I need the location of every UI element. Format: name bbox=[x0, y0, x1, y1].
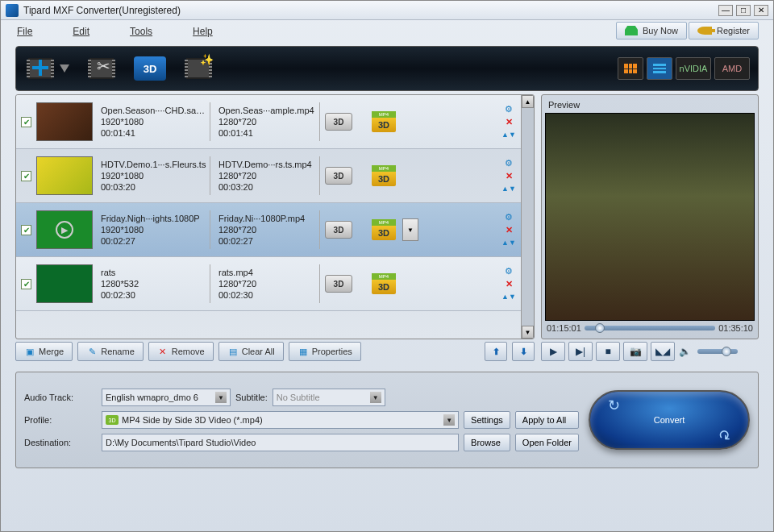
file-row[interactable]: ✔ ▶ Friday.Nigh···ights.1080P 1920*1080 … bbox=[16, 203, 521, 257]
remove-row-icon[interactable]: ✕ bbox=[503, 278, 514, 289]
properties-button[interactable]: ▦Properties bbox=[289, 342, 361, 361]
move-up-button[interactable]: ⬆ bbox=[485, 342, 507, 361]
nvidia-label: nVIDIA bbox=[680, 64, 708, 73]
maximize-button[interactable]: □ bbox=[736, 5, 751, 16]
window-title: Tipard MXF Converter(Unregistered) bbox=[23, 5, 718, 16]
source-dur: 00:03:20 bbox=[101, 182, 206, 192]
effects-button[interactable]: ✨ bbox=[182, 53, 214, 84]
mp4-label: MP4 bbox=[372, 165, 396, 172]
file-row[interactable]: ✔ HDTV.Demo.1···s.Fleurs.ts 1920*1080 00… bbox=[16, 149, 521, 203]
subtitle-select[interactable]: No Subtitle▼ bbox=[273, 389, 385, 406]
volume-icon[interactable]: 🔈 bbox=[678, 342, 691, 361]
remove-button[interactable]: ✕Remove bbox=[148, 342, 214, 361]
reorder-icon[interactable]: ▲▼ bbox=[503, 237, 514, 248]
scroll-up-button[interactable]: ▲ bbox=[522, 95, 534, 108]
profile-3d-badge: 3D bbox=[106, 415, 119, 425]
audio-track-label: Audio Track: bbox=[24, 393, 97, 402]
row-format-button[interactable]: MP4 3D bbox=[370, 110, 397, 133]
scroll-down-button[interactable]: ▼ bbox=[522, 326, 534, 339]
apply-all-button[interactable]: Apply to All bbox=[515, 411, 579, 429]
menubar: File Edit Tools Help Buy Now Register bbox=[1, 20, 773, 43]
reorder-icon[interactable]: ▲▼ bbox=[503, 183, 514, 194]
minimize-button[interactable]: — bbox=[718, 5, 733, 16]
nvidia-button[interactable]: nVIDIA bbox=[676, 57, 711, 80]
row-3d-button[interactable]: 3D bbox=[325, 113, 352, 131]
step-button[interactable]: ▶| bbox=[568, 342, 593, 361]
grid-view-button[interactable] bbox=[618, 57, 643, 80]
snapshot-button[interactable]: 📷 bbox=[623, 342, 647, 361]
bottom-panel: Audio Track: English wmapro_dmo 6▼ Subti… bbox=[15, 372, 759, 468]
source-res: 1920*1080 bbox=[101, 225, 206, 235]
add-file-button[interactable] bbox=[24, 53, 69, 84]
row-3d-button[interactable]: 3D bbox=[325, 275, 352, 293]
stop-button[interactable]: ■ bbox=[596, 342, 620, 361]
format-dropdown-button[interactable]: ▼ bbox=[402, 218, 418, 241]
clear-all-button[interactable]: ▤Clear All bbox=[218, 342, 284, 361]
menu-file[interactable]: File bbox=[17, 26, 32, 37]
player-controls: ▶ ▶| ■ 📷 ◣◢ 🔈 bbox=[541, 339, 759, 364]
scroll-track[interactable] bbox=[522, 108, 534, 326]
convert-button[interactable]: ↻ Convert ↻ bbox=[589, 390, 750, 450]
row-format-button[interactable]: MP4 3D bbox=[370, 218, 397, 241]
row-3d-button[interactable]: 3D bbox=[325, 167, 352, 185]
gear-icon[interactable]: ⚙ bbox=[503, 265, 514, 276]
row-checkbox[interactable]: ✔ bbox=[21, 279, 31, 289]
close-button[interactable]: ✕ bbox=[754, 5, 768, 16]
profile-select[interactable]: 3D MP4 Side by Side 3D Video (*.mp4)▼ bbox=[102, 411, 459, 429]
file-row[interactable]: ✔ rats 1280*532 00:02:30 rats.mp4 1280*7… bbox=[16, 257, 521, 311]
row-controls: ⚙ ✕ ▲▼ bbox=[503, 157, 514, 194]
reorder-icon[interactable]: ▲▼ bbox=[503, 291, 514, 302]
open-folder-button[interactable]: Open Folder bbox=[515, 434, 579, 451]
row-format-button[interactable]: MP4 3D bbox=[370, 164, 397, 187]
output-res: 1280*720 bbox=[218, 117, 316, 127]
browse-button[interactable]: Browse bbox=[464, 434, 510, 451]
gear-icon[interactable]: ⚙ bbox=[503, 103, 514, 114]
menu-edit[interactable]: Edit bbox=[73, 26, 89, 37]
destination-field[interactable]: D:\My Documents\Tipard Studio\Video bbox=[102, 434, 459, 451]
row-format-button[interactable]: MP4 3D bbox=[370, 272, 397, 295]
move-down-button[interactable]: ⬇ bbox=[512, 342, 535, 361]
trim-button[interactable]: ✂ bbox=[85, 53, 118, 84]
menu-tools[interactable]: Tools bbox=[130, 26, 152, 37]
subtitle-label: Subtitle: bbox=[235, 393, 268, 402]
window-controls: — □ ✕ bbox=[718, 5, 768, 16]
source-res: 1920*1080 bbox=[101, 117, 206, 127]
source-dur: 00:02:30 bbox=[101, 290, 206, 300]
row-checkbox[interactable]: ✔ bbox=[21, 225, 31, 235]
source-res: 1920*1080 bbox=[101, 171, 206, 181]
output-dur: 00:01:41 bbox=[218, 128, 316, 138]
buy-now-button[interactable]: Buy Now bbox=[616, 22, 687, 39]
rename-button[interactable]: ✎Rename bbox=[77, 342, 144, 361]
row-checkbox[interactable]: ✔ bbox=[21, 117, 31, 127]
gear-icon[interactable]: ⚙ bbox=[503, 211, 514, 222]
audio-track-select[interactable]: English wmapro_dmo 6▼ bbox=[102, 389, 231, 406]
list-view-button[interactable] bbox=[647, 57, 672, 80]
amd-button[interactable]: AMD bbox=[714, 57, 750, 80]
gear-icon[interactable]: ⚙ bbox=[503, 157, 514, 168]
volume-slider[interactable] bbox=[697, 349, 738, 354]
row-3d-button[interactable]: 3D bbox=[325, 221, 352, 239]
3d-button[interactable]: 3D bbox=[134, 53, 166, 84]
register-button[interactable]: Register bbox=[689, 22, 759, 39]
preview-screen bbox=[545, 113, 755, 321]
scrollbar[interactable]: ▲ ▼ bbox=[521, 95, 534, 339]
menu-help[interactable]: Help bbox=[193, 26, 213, 37]
output-info: HDTV.Demo···rs.ts.mp4 1280*720 00:03:20 bbox=[215, 156, 320, 195]
remove-row-icon[interactable]: ✕ bbox=[503, 170, 514, 181]
format-3d-label: 3D bbox=[372, 118, 396, 132]
play-button[interactable]: ▶ bbox=[541, 342, 565, 361]
toolbar-right: nVIDIA AMD bbox=[618, 57, 750, 80]
pencil-icon: ✎ bbox=[86, 346, 98, 357]
remove-row-icon[interactable]: ✕ bbox=[503, 224, 514, 235]
reorder-icon[interactable]: ▲▼ bbox=[503, 129, 514, 140]
file-row[interactable]: ✔ Open.Season····CHD.sample 1920*1080 00… bbox=[16, 95, 521, 149]
merge-button[interactable]: ▣Merge bbox=[15, 342, 73, 361]
compare-button[interactable]: ◣◢ bbox=[651, 342, 675, 361]
settings-button[interactable]: Settings bbox=[464, 411, 510, 429]
row-checkbox[interactable]: ✔ bbox=[21, 171, 31, 181]
app-icon bbox=[6, 4, 19, 17]
remove-row-icon[interactable]: ✕ bbox=[503, 116, 514, 127]
output-res: 1280*720 bbox=[218, 171, 316, 181]
seek-slider[interactable] bbox=[585, 326, 715, 330]
format-3d-label: 3D bbox=[372, 280, 396, 294]
